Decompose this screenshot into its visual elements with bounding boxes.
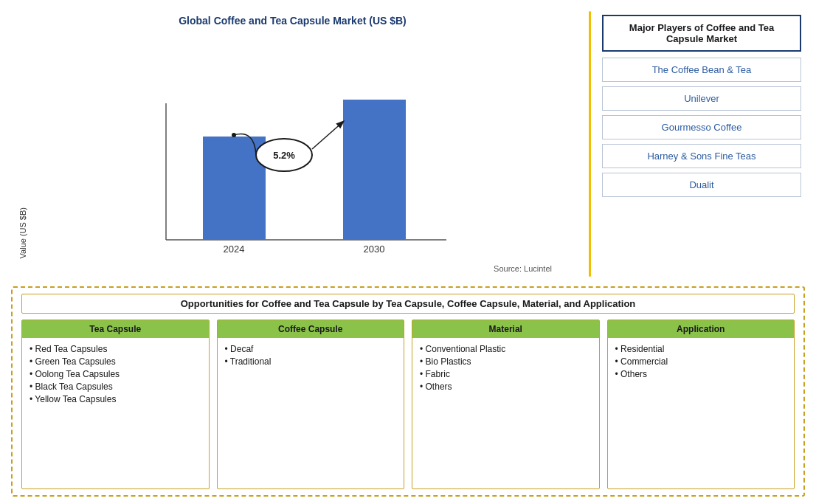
svg-text:2030: 2030 (364, 244, 385, 255)
y-axis-label: Value (US $B) (18, 207, 27, 259)
category-box-application: Application • Residential • Commercial •… (607, 320, 795, 489)
material-item-1: • Bio Plastics (420, 356, 592, 367)
svg-text:5.2%: 5.2% (273, 150, 295, 161)
player-item-1: Unilever (602, 86, 801, 111)
category-box-material: Material • Conventional Plastic • Bio Pl… (412, 320, 600, 489)
main-container: Global Coffee and Tea Capsule Market (US… (0, 0, 816, 504)
chart-svg: 2024 2030 5.2% (31, 96, 567, 258)
category-header-coffee: Coffee Capsule (218, 320, 404, 338)
tea-item-2: • Oolong Tea Capsules (30, 369, 201, 379)
right-panel: Major Players of Coffee and Tea Capsule … (598, 7, 805, 280)
player-item-3: Harney & Sons Fine Teas (602, 144, 801, 168)
player-item-0: The Coffee Bean & Tea (602, 58, 801, 82)
tea-item-3: • Black Tea Capsules (30, 382, 201, 392)
category-items-application: • Residential • Commercial • Others (608, 338, 795, 489)
chart-title: Global Coffee and Tea Capsule Market (US… (179, 15, 407, 27)
tea-item-4: • Yellow Tea Capsules (30, 394, 201, 404)
app-item-0: • Residential (615, 344, 787, 354)
material-item-2: • Fabric (420, 369, 592, 379)
coffee-item-1: • Traditional (225, 356, 397, 367)
category-box-coffee: Coffee Capsule • Decaf • Traditional (217, 320, 405, 489)
vertical-divider (589, 11, 591, 277)
coffee-item-0: • Decaf (225, 344, 397, 354)
category-items-tea: • Red Tea Capsules • Green Tea Capsules … (22, 338, 209, 489)
category-items-material: • Conventional Plastic • Bio Plastics • … (412, 338, 599, 489)
source-text: Source: Lucintel (18, 264, 567, 273)
player-item-4: Dualit (602, 173, 801, 197)
category-header-material: Material (412, 320, 599, 338)
chart-area: Global Coffee and Tea Capsule Market (US… (11, 7, 581, 280)
category-box-tea: Tea Capsule • Red Tea Capsules • Green T… (21, 320, 210, 489)
bottom-section: Opportunities for Coffee and Tea Capsule… (11, 286, 805, 497)
app-item-1: • Commercial (615, 356, 787, 367)
top-section: Global Coffee and Tea Capsule Market (US… (11, 7, 805, 280)
app-item-2: • Others (615, 369, 787, 379)
tea-item-1: • Green Tea Capsules (30, 356, 201, 367)
svg-line-6 (312, 122, 343, 149)
bar-2030 (343, 100, 406, 240)
major-players-title: Major Players of Coffee and Tea Capsule … (602, 15, 801, 52)
player-item-2: Gourmesso Coffee (602, 115, 801, 139)
category-items-coffee: • Decaf • Traditional (218, 338, 404, 489)
categories-row: Tea Capsule • Red Tea Capsules • Green T… (21, 320, 795, 489)
svg-text:2024: 2024 (224, 244, 245, 255)
tea-item-0: • Red Tea Capsules (30, 344, 201, 354)
category-header-tea: Tea Capsule (22, 320, 209, 338)
material-item-0: • Conventional Plastic (420, 344, 592, 354)
opportunities-title: Opportunities for Coffee and Tea Capsule… (21, 294, 795, 314)
category-header-application: Application (608, 320, 795, 338)
material-item-3: • Others (420, 382, 592, 392)
